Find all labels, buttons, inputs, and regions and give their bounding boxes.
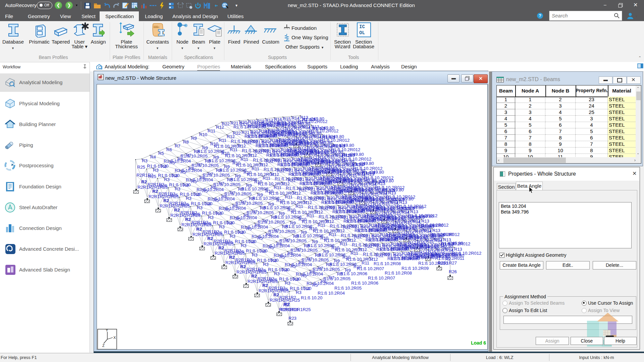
svg-text:R1:ß 10.20R011: R1:ß 10.20R011 [380,214,412,219]
svg-text:R2: R2 [174,207,180,213]
svg-text:R7: R7 [186,153,192,158]
svg-text:R2: R2 [262,283,268,288]
svg-text:R25: R25 [236,249,244,254]
svg-text:R4: R4 [227,221,233,226]
svg-text:R1:ß 10.2R05: R1:ß 10.2R05 [323,276,351,281]
svg-text:CONC: CONC [154,26,160,28]
svg-text:R1:ß 10.20R011: R1:ß 10.20R011 [369,204,401,209]
svg-text:R11: R11 [318,223,325,228]
svg-text:R8: R8 [205,159,211,164]
svg-text:R7: R7 [197,162,203,167]
svg-text:R1:ß 10.2R06: R1:ß 10.2R06 [263,205,290,210]
svg-text:R11: R11 [351,251,358,256]
svg-text:R3: R3 [175,186,180,191]
svg-text:R2: R2 [141,179,147,184]
svg-text:R7: R7 [263,219,268,224]
svg-text:R1:ß 10.20R011: R1:ß 10.20R011 [325,167,357,172]
svg-text:R4: R4 [205,201,211,206]
svg-text:IC: IC [359,24,365,29]
svg-text:R6: R6 [255,223,260,228]
svg-text:R1:ß 10.20R011: R1:ß 10.20R011 [303,148,335,153]
svg-text:R6: R6 [321,279,326,284]
svg-text:R1:ß 10.20R011: R1:ß 10.20R011 [402,233,434,238]
svg-text:R1:ß 10.2R06: R1:ß 10.2R06 [285,224,312,229]
svg-text:R6: R6 [266,232,271,237]
svg-text:R10: R10 [254,179,262,184]
svg-text:R1:ß 10.2R05: R1:ß 10.2R05 [203,173,230,178]
svg-text:R1:ß 10.2R05: R1:ß 10.2R05 [258,220,285,225]
svg-text:Y: Y [106,328,108,332]
svg-text:R6: R6 [177,157,183,162]
svg-text:R7: R7 [175,143,180,148]
svg-text:R1:ß 10.2R06: R1:ß 10.2R06 [252,196,279,201]
svg-text:R1:ß 10.2R05: R1:ß 10.2R05 [279,238,307,243]
svg-text:R8: R8 [337,272,343,277]
svg-text:R1:ß 10.20R011: R1:ß 10.20R011 [314,158,346,163]
svg-text:Z: Z [102,344,105,348]
svg-text:R1:ß 10.2R06: R1:ß 10.2R06 [318,252,345,257]
svg-text:R4: R4 [282,267,288,273]
svg-text:R9: R9 [257,192,263,197]
svg-text:R2: R2 [273,292,279,297]
svg-text:R8: R8 [194,149,200,154]
svg-text:R23: R23 [288,316,297,321]
svg-text:R22: R22 [288,178,296,183]
svg-text:R1:ß 10.2R06: R1:ß 10.2R06 [340,271,367,276]
svg-text:R25: R25 [192,212,200,217]
svg-text:R2R1R2R1R28: R2R1R2R1R28 [431,252,461,257]
svg-text:R1:ß 10.2R06: R1:ß 10.2R06 [208,158,235,163]
svg-text:R1:ß 10.20: R1:ß 10.20 [301,295,322,300]
svg-text:R3: R3 [186,196,192,201]
svg-text:R11: R11 [263,176,270,181]
svg-text:R3: R3 [230,234,235,239]
svg-text:R1:ß 10.2R05: R1:ß 10.2R05 [192,163,219,168]
svg-text:R4: R4 [238,230,244,235]
svg-text:R9: R9 [213,155,219,160]
svg-text:R8: R8 [260,205,266,210]
svg-text:349.80: 349.80 [390,187,404,192]
svg-text:R1:ß 10.2R05: R1:ß 10.2R05 [313,267,340,272]
svg-text:R22: R22 [321,206,329,211]
svg-text:R22: R22 [299,187,307,192]
svg-text:R5: R5 [301,273,307,278]
svg-text:R11: R11 [230,147,237,152]
svg-text:R22: R22 [222,121,230,126]
svg-text:R1:ß 10.2R05: R1:ß 10.2R05 [302,257,329,262]
svg-text:R5: R5 [246,226,252,231]
svg-text:349.80: 349.80 [321,125,334,130]
svg-text:R22: R22 [376,253,384,258]
svg-text:R25: R25 [181,202,189,207]
svg-text:R5: R5 [279,254,285,259]
svg-text:R9: R9 [202,145,208,150]
svg-text:R25: R25 [203,221,211,226]
svg-text:R5: R5 [158,151,164,156]
svg-text:R6: R6 [166,147,172,152]
svg-text:R4: R4 [249,239,255,244]
svg-text:R9: R9 [191,136,197,141]
svg-text:X: X [113,336,116,340]
svg-text:R1:ß 10.2R05: R1:ß 10.2R05 [268,229,296,234]
svg-text:R9: R9 [235,174,241,179]
svg-text:R2: R2 [251,274,257,279]
svg-text:R11: R11 [285,194,292,199]
svg-text:R22: R22 [343,225,351,230]
svg-text:R3: R3 [296,290,302,295]
svg-text:R10: R10 [210,141,218,146]
svg-text:R4: R4 [293,277,299,282]
svg-text:R3: R3 [285,281,290,286]
svg-text:R8: R8 [227,177,233,182]
svg-text:R10: R10 [299,217,307,222]
svg-text:R7: R7 [241,200,247,205]
svg-text:R3: R3 [274,271,280,276]
svg-text:R10: R10 [354,264,362,269]
svg-text:R5: R5 [202,188,208,193]
svg-text:R8: R8 [183,139,189,144]
svg-text:R3: R3 [208,215,214,220]
svg-text:R6: R6 [299,260,304,265]
svg-text:R1:ß 10.2R05: R1:ß 10.2R05 [224,191,252,196]
svg-text:349.80: 349.80 [410,205,424,210]
svg-text:R2R1R2: R2R1R2 [279,295,296,300]
svg-text:R10: R10 [287,207,296,213]
svg-text:R3: R3 [219,224,225,229]
svg-text:R9: R9 [279,211,285,216]
